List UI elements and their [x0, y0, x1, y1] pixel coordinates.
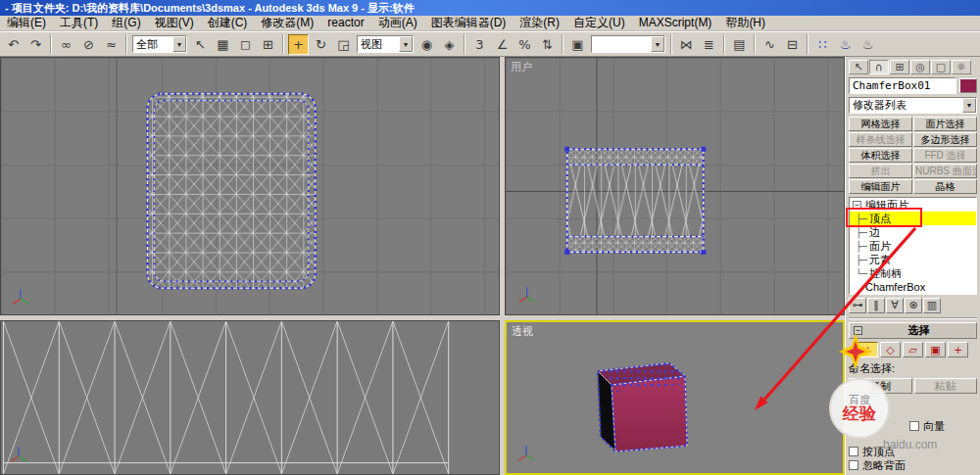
front-viewport[interactable]	[0, 320, 500, 475]
unlink-selection-button[interactable]: ⊘	[78, 34, 99, 55]
pin-stack-button[interactable]: ⊶	[849, 298, 866, 313]
chevron-down-icon[interactable]: ▼	[962, 98, 976, 113]
modifier-list-dropdown[interactable]: 修改器列表 ▼	[849, 97, 977, 114]
quick-render-button[interactable]: ♨	[858, 34, 878, 55]
named-selection-sets-dropdown[interactable]: ▼	[591, 35, 665, 53]
make-unique-button[interactable]: ∀	[886, 298, 904, 313]
top-viewport-canvas[interactable]	[1, 58, 499, 314]
object-name-field[interactable]: ChamferBox01	[849, 77, 956, 94]
modifier-button-poly-select[interactable]: 多边形选择	[913, 132, 977, 147]
selection-filter-dropdown[interactable]: 全部▼	[132, 35, 187, 53]
menu-item-edit[interactable]: 编辑(E)	[0, 16, 53, 30]
subobject-patch-icon[interactable]: ▱	[903, 342, 923, 357]
subobject-handle-icon[interactable]: +	[948, 342, 968, 357]
user-viewport-canvas[interactable]	[506, 58, 844, 314]
modifier-button-lattice[interactable]: 晶格	[913, 179, 977, 194]
tab-motion[interactable]: ◎	[910, 60, 930, 74]
tab-modify[interactable]: ∩	[869, 60, 889, 74]
toolbar-separator	[670, 34, 672, 54]
tab-create[interactable]: ↖	[849, 60, 868, 74]
curve-editor-button[interactable]: ∿	[760, 34, 780, 55]
window-crossing-toggle-button[interactable]: ⊞	[258, 34, 278, 55]
tab-utilities[interactable]: ☼	[952, 60, 971, 74]
chevron-down-icon[interactable]: ▼	[172, 36, 186, 52]
subobject-edge-icon[interactable]: ◇	[880, 342, 901, 357]
menu-item-views[interactable]: 视图(V)	[148, 16, 201, 30]
select-and-move-button[interactable]: +	[288, 34, 309, 55]
select-and-link-button[interactable]: ∞	[56, 34, 76, 55]
render-scene-button[interactable]: ♨	[835, 34, 856, 55]
select-by-name-button[interactable]: ▦	[213, 34, 233, 55]
layer-manager-button[interactable]: ▤	[729, 34, 750, 55]
select-object-button[interactable]: ↖	[190, 34, 211, 55]
modifier-button-ffd-select: FFD 选择	[913, 148, 977, 163]
angle-snap-toggle-button[interactable]: ∠	[492, 34, 513, 55]
user-viewport[interactable]: 用户	[505, 57, 845, 315]
reference-coordinate-system-dropdown[interactable]: 视图▼	[357, 35, 414, 53]
stack-item-vertex[interactable]: ├─顶点	[850, 212, 976, 225]
command-panel-tabs: ↖∩⊞◎▢☼	[849, 59, 977, 74]
menu-item-graph-editors[interactable]: 图表编辑器(D)	[424, 16, 514, 30]
stack-item-patch[interactable]: ├─面片	[850, 239, 976, 253]
select-and-uniform-scale-button[interactable]: ◲	[333, 34, 354, 55]
tab-display[interactable]: ▢	[931, 60, 951, 74]
copy-named-selection-button[interactable]: 复制	[849, 378, 912, 394]
ignore-backfacing-checkbox[interactable]	[849, 460, 858, 470]
chevron-down-icon[interactable]: ▼	[651, 36, 664, 52]
use-pivot-point-center-button[interactable]: ◉	[416, 34, 437, 55]
stack-item-edit-patch[interactable]: −编辑面片	[850, 198, 976, 212]
redo-button[interactable]: ↷	[25, 34, 46, 55]
mirror-button[interactable]: ⋈	[676, 34, 697, 55]
perspective-viewport[interactable]: 透视	[505, 320, 845, 475]
edit-named-selection-sets-button[interactable]: ▣	[567, 34, 588, 55]
subobject-element-icon[interactable]: ▣	[925, 342, 946, 357]
undo-button[interactable]: ↶	[3, 34, 24, 55]
selection-rollout-header[interactable]: − 选择	[849, 322, 977, 339]
select-and-manipulate-button[interactable]: ◈	[439, 34, 460, 55]
viewport-label[interactable]: 用户	[511, 60, 532, 74]
menu-item-reactor[interactable]: reactor	[320, 16, 370, 30]
menu-item-modifiers[interactable]: 修改器(M)	[254, 16, 320, 30]
chevron-down-icon[interactable]: ▼	[399, 36, 413, 52]
select-and-rotate-button[interactable]: ↻	[311, 34, 331, 55]
modifier-button-edit-patch[interactable]: 编辑面片	[849, 179, 912, 194]
menu-item-tools[interactable]: 工具(T)	[53, 16, 105, 30]
rectangular-selection-region-button[interactable]: ◻	[235, 34, 256, 55]
align-button[interactable]: ≣	[699, 34, 719, 55]
paste-named-selection-button[interactable]: 粘贴	[914, 378, 978, 394]
modifier-button-mesh-select[interactable]: 网格选择	[849, 117, 912, 131]
remove-modifier-button[interactable]: ⊗	[905, 298, 922, 313]
stack-item-label: 编辑面片	[865, 198, 908, 213]
show-end-result-button[interactable]: ‖	[867, 298, 885, 313]
modifier-button-patch-select[interactable]: 面片选择	[913, 117, 977, 131]
menu-item-create[interactable]: 创建(C)	[201, 16, 255, 30]
by-vertex-checkbox[interactable]	[849, 447, 858, 456]
menu-item-rendering[interactable]: 渲染(R)	[513, 16, 566, 30]
menu-item-help[interactable]: 帮助(H)	[718, 16, 772, 30]
expander-icon[interactable]: −	[853, 201, 861, 210]
tab-hierarchy[interactable]: ⊞	[890, 60, 909, 74]
subobject-vertex-icon[interactable]: ∴	[858, 342, 878, 357]
stack-item-element[interactable]: ├─元素	[850, 253, 976, 266]
perspective-viewport-canvas[interactable]	[507, 322, 843, 473]
percent-snap-toggle-button[interactable]: %	[514, 34, 535, 55]
stack-item-edge[interactable]: ├─边	[850, 225, 976, 239]
bind-to-space-warp-button[interactable]: ≈	[101, 34, 122, 55]
stack-item-chamferbox[interactable]: ChamferBox	[850, 280, 976, 294]
schematic-view-button[interactable]: ⊟	[782, 34, 803, 55]
top-viewport[interactable]	[0, 57, 500, 315]
object-color-swatch[interactable]	[959, 78, 977, 93]
vector-checkbox[interactable]	[909, 421, 919, 431]
stack-item-handles[interactable]: └─控制柄	[850, 266, 976, 280]
viewport-label[interactable]: 透视	[512, 324, 533, 339]
modifier-button-vol-select[interactable]: 体积选择	[849, 148, 912, 163]
menu-item-maxscript[interactable]: MAXScript(M)	[632, 16, 719, 30]
configure-modifier-sets-button[interactable]: ▥	[923, 298, 941, 313]
menu-item-customize[interactable]: 自定义(U)	[566, 16, 632, 30]
spinner-snap-toggle-button[interactable]: ⇅	[537, 34, 558, 55]
front-viewport-canvas[interactable]	[1, 321, 499, 474]
snaps-toggle-3d-button[interactable]: 3	[469, 34, 490, 55]
menu-item-animation[interactable]: 动画(A)	[371, 16, 424, 30]
menu-item-group[interactable]: 组(G)	[105, 16, 147, 30]
material-editor-button[interactable]: ∷	[812, 34, 833, 55]
